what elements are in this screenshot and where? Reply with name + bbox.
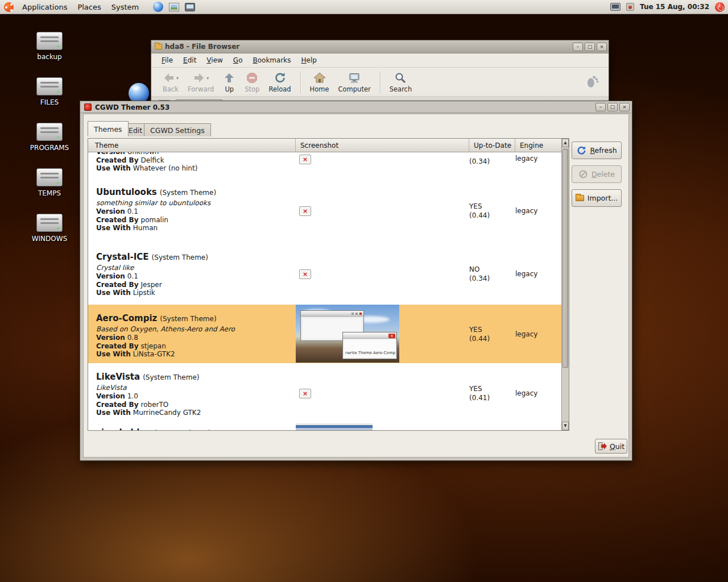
stop-button[interactable]: Stop	[240, 70, 264, 94]
desktop-icon-label: FILES	[22, 98, 77, 106]
back-dropdown-icon[interactable]: ▾	[176, 76, 179, 81]
minimize-button[interactable]: –	[595, 103, 606, 111]
reload-button[interactable]: Reload	[264, 70, 295, 94]
theme-name: Crystal-ICE	[96, 252, 149, 262]
theme-row-aero-compiz[interactable]: Aero-Compiz(System Theme) Based on Oxyge…	[88, 305, 561, 363]
drive-icon	[36, 214, 63, 232]
menu-go[interactable]: Go	[229, 53, 247, 67]
menu-places[interactable]: Places	[72, 0, 106, 14]
maximize-button[interactable]: □	[585, 43, 595, 51]
notification-icon[interactable]	[626, 3, 634, 11]
version-value: 0.1	[127, 272, 138, 280]
theme-row-crystal-ice[interactable]: Crystal-ICE(System Theme) Crystal like V…	[88, 243, 561, 305]
thumbnail-dialog-text: rwrite Theme Aero-Compiz?	[345, 351, 395, 355]
computer-button[interactable]: Computer	[334, 70, 375, 94]
home-icon	[313, 72, 326, 84]
scroll-down-icon[interactable]: ▼	[562, 422, 569, 430]
column-header-uptodate[interactable]: Up-to-Date	[469, 139, 515, 152]
back-button[interactable]: ▾ Back	[158, 70, 183, 94]
engine-value: legacy	[515, 207, 537, 215]
use-with-label: Use With	[96, 289, 131, 297]
version-label: Version	[96, 207, 125, 215]
theme-name: Aero-Compiz	[96, 313, 157, 323]
browser-launcher-icon[interactable]	[153, 2, 163, 12]
forward-dropdown-icon[interactable]: ▾	[206, 76, 209, 81]
version-value: Unknown	[127, 152, 159, 156]
file-browser-titlebar[interactable]: hda8 - File Browser – □ ×	[151, 40, 609, 53]
theme-type: (System Theme)	[154, 429, 210, 430]
tab-cgwd-settings[interactable]: CGWD Settings	[144, 123, 211, 136]
minimize-button[interactable]: –	[573, 43, 583, 51]
scrollbar-track[interactable]	[562, 147, 569, 422]
refresh-button[interactable]: Refresh	[572, 142, 622, 159]
window-title: hda8 - File Browser	[165, 43, 239, 51]
toolbar: ▾ Back ▾ Forward Up Stop Reload	[151, 68, 609, 97]
close-button[interactable]: ×	[597, 43, 607, 51]
use-with-value: Human	[133, 224, 158, 232]
folder-icon	[576, 195, 584, 201]
top-panel: Applications Places System Tue 15 Aug, 0…	[0, 0, 728, 14]
theme-type: (System Theme)	[160, 189, 216, 197]
created-by-label: Created By	[96, 216, 139, 224]
broken-image-icon: ×	[299, 206, 311, 216]
drive-icon	[36, 123, 63, 141]
quit-button[interactable]: Quit	[595, 439, 627, 454]
app-icon	[84, 103, 92, 111]
desktop-icon-windows[interactable]: WINDOWS	[22, 214, 77, 243]
menu-bookmarks[interactable]: Bookmarks	[248, 53, 295, 67]
column-header-engine[interactable]: Engine	[515, 139, 561, 152]
theme-table: Theme Screenshot Up-to-Date Engine Versi…	[88, 138, 569, 431]
uptodate-flag: YES	[469, 202, 515, 211]
back-icon	[163, 72, 175, 84]
menu-file[interactable]: File	[157, 53, 177, 67]
column-header-screenshot[interactable]: Screenshot	[296, 139, 469, 152]
folder-icon	[155, 44, 162, 49]
use-with-value: Lipstik	[133, 289, 155, 297]
version-label: Version	[96, 272, 125, 280]
created-by-value: stjepan	[141, 342, 166, 350]
theme-row-simply-blue[interactable]: simply blue(System Theme)	[88, 423, 561, 430]
uptodate-version: (0.41)	[469, 393, 515, 402]
broken-image-icon: ×	[299, 269, 311, 279]
desktop-icon-label: backup	[22, 53, 77, 61]
power-icon[interactable]	[715, 2, 725, 12]
ubuntu-menu-icon[interactable]	[4, 2, 14, 12]
theme-description: Based on Oxygen, Athens-Aero and Aero	[96, 325, 296, 334]
maximize-button[interactable]: □	[607, 103, 618, 111]
menu-system[interactable]: System	[106, 0, 144, 14]
up-button[interactable]: Up	[218, 70, 240, 94]
import-button[interactable]: Import...	[572, 189, 622, 207]
desktop-icon-programs[interactable]: PROGRAMS	[22, 123, 77, 152]
scroll-up-icon[interactable]: ▲	[562, 139, 569, 147]
theme-row-likevista[interactable]: LikeVista(System Theme) LikeVista Versio…	[88, 363, 561, 423]
menu-applications[interactable]: Applications	[17, 0, 72, 14]
theme-row-ubuntulooks[interactable]: Ubuntulooks(System Theme) something simi…	[88, 178, 561, 243]
menu-view[interactable]: View	[202, 53, 227, 67]
menu-help[interactable]: Help	[297, 53, 321, 67]
desktop-icon-backup[interactable]: backup	[22, 32, 77, 61]
up-icon	[223, 72, 235, 84]
theme-row-partial[interactable]: VersionUnknown Created ByDelfick Use Wit…	[88, 152, 561, 178]
display-status-icon[interactable]	[610, 3, 621, 11]
vertical-scrollbar[interactable]: ▲ ▼	[561, 139, 569, 430]
delete-button[interactable]: Delete	[572, 165, 622, 183]
cgwd-content: Themes Edit CGWD Settings Theme Screensh…	[83, 114, 629, 458]
tab-themes[interactable]: Themes	[88, 121, 129, 136]
menu-edit[interactable]: Edit	[179, 53, 201, 67]
home-button[interactable]: Home	[305, 70, 334, 94]
table-header: Theme Screenshot Up-to-Date Engine	[88, 139, 561, 152]
screenshot-launcher-icon[interactable]	[169, 3, 179, 11]
desktop-icon-files[interactable]: FILES	[22, 77, 77, 106]
close-button[interactable]: ×	[619, 103, 630, 111]
desktop-icon-temps[interactable]: TEMPS	[22, 168, 77, 197]
search-button[interactable]: Search	[385, 70, 417, 94]
column-header-theme[interactable]: Theme	[88, 139, 296, 152]
scrollbar-thumb[interactable]	[562, 149, 568, 368]
created-by-value: pomalin	[141, 216, 168, 224]
display-launcher-icon[interactable]	[185, 3, 195, 11]
cgwd-titlebar[interactable]: CGWD Themer 0.53 – □ ×	[81, 102, 631, 113]
forward-button[interactable]: ▾ Forward	[183, 70, 218, 94]
created-by-label: Created By	[96, 156, 139, 164]
engine-value: legacy	[515, 389, 537, 397]
clock[interactable]: Tue 15 Aug, 00:32	[640, 3, 709, 11]
